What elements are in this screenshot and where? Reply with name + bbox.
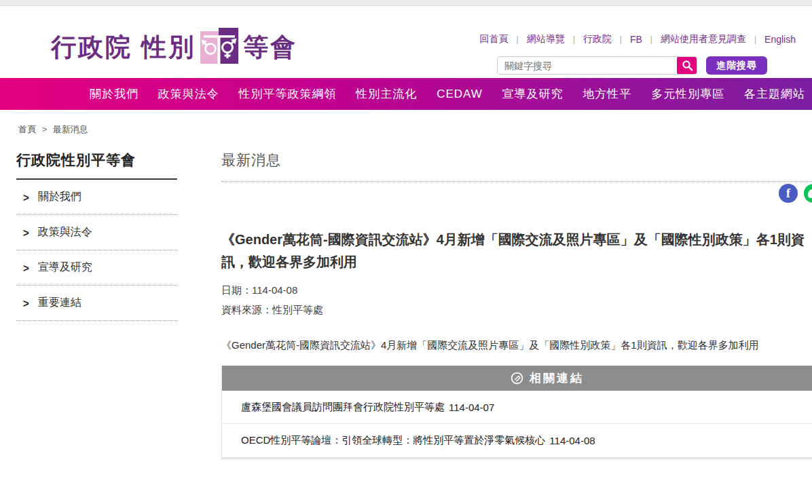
site-header: 行政院 性別 等會 回首頁 網站導覽 行政: [0, 6, 812, 78]
sidebar-item-label: 政策與法令: [38, 225, 92, 239]
sidebar: 行政院性別平等會 > 關於我們 > 政策與法令 > 宣導及研究: [16, 151, 177, 321]
related-link-text: 盧森堡國會議員訪問團拜會行政院性別平等處: [241, 401, 445, 414]
search-row: 進階搜尋: [497, 56, 767, 75]
nav-item[interactable]: 性別平等政策綱領: [239, 86, 337, 102]
top-strip: [0, 0, 812, 6]
article-body: 《Gender萬花筒-國際資訊交流站》4月新增「國際交流及照片專區」及「國際性別…: [221, 338, 812, 353]
chevron-right-icon: >: [23, 191, 29, 203]
search-box: [497, 56, 697, 75]
nav-item[interactable]: CEDAW: [437, 88, 483, 101]
source-label: 資料來源：: [221, 304, 272, 315]
source-value: 性別平等處: [272, 304, 323, 315]
nav-item[interactable]: 性別主流化: [356, 86, 417, 102]
related-link-row[interactable]: 盧森堡國會議員訪問團拜會行政院性別平等處 114-04-07: [222, 391, 812, 423]
nav-item[interactable]: 政策與法令: [158, 86, 219, 102]
utility-link[interactable]: 網站使用者意見調查: [642, 33, 746, 45]
nav-list: 關於我們 政策與法令 性別平等政策綱領 性別主流化 CEDAW 宣導及研究 地方…: [0, 78, 812, 110]
utility-link[interactable]: 行政院: [565, 33, 612, 45]
sidebar-item-label: 關於我們: [38, 190, 81, 204]
sidebar-menu: > 關於我們 > 政策與法令 > 宣導及研究 > 重要連結: [16, 180, 177, 321]
facebook-share-icon[interactable]: f: [779, 184, 798, 203]
breadcrumb-current: 最新消息: [53, 124, 88, 134]
related-link-date: 114-04-07: [449, 402, 494, 413]
utility-link[interactable]: 回首頁: [480, 33, 509, 45]
related-link-date: 114-04-08: [549, 435, 595, 446]
article-title: 《Gender萬花筒-國際資訊交流站》4月新增「國際交流及照片專區」及「國際性別…: [221, 229, 812, 273]
related-links-box: 相關連結 盧森堡國會議員訪問團拜會行政院性別平等處 114-04-07 OECD…: [221, 366, 812, 458]
chevron-right-icon: >: [23, 296, 29, 309]
line-share-icon[interactable]: [804, 184, 812, 203]
social-share-row: f: [779, 184, 812, 203]
chevron-right-icon: >: [23, 226, 29, 239]
main-nav: 關於我們 政策與法令 性別平等政策綱領 性別主流化 CEDAW 宣導及研究 地方…: [0, 78, 812, 110]
utility-link[interactable]: English: [746, 33, 796, 45]
utility-link[interactable]: FB: [612, 33, 642, 45]
advanced-search-button[interactable]: 進階搜尋: [706, 56, 767, 75]
breadcrumb: 首頁 > 最新消息: [18, 123, 812, 136]
sidebar-item[interactable]: > 政策與法令: [16, 215, 177, 250]
sidebar-item-label: 重要連結: [38, 296, 81, 310]
logo-text-right: 等會: [243, 31, 297, 64]
related-links-title: 相關連結: [530, 370, 584, 386]
breadcrumb-separator: >: [42, 124, 48, 134]
utility-links: 回首頁 網站導覽 行政院 FB 網站使用者意見調查 English: [480, 33, 796, 45]
article-source: 資料來源：性別平等處: [221, 304, 812, 317]
utility-link[interactable]: 網站導覽: [509, 33, 565, 45]
logo-text-left: 行政院 性別: [51, 31, 196, 64]
facebook-glyph: f: [786, 187, 790, 201]
sidebar-item[interactable]: > 關於我們: [16, 180, 177, 215]
date-label: 日期：: [221, 284, 252, 296]
chevron-right-icon: >: [23, 261, 29, 274]
gender-logo-icon: [200, 28, 238, 66]
content-wrap: 行政院性別平等會 > 關於我們 > 政策與法令 > 宣導及研究: [0, 136, 812, 458]
related-link-text: OECD性別平等論壇：引領全球轉型：將性別平等置於淨零氣候核心: [241, 434, 545, 447]
breadcrumb-home[interactable]: 首頁: [18, 124, 36, 134]
sidebar-item-label: 宣導及研究: [38, 260, 92, 275]
link-icon: [511, 372, 523, 385]
sidebar-title: 行政院性別平等會: [16, 151, 177, 180]
nav-item[interactable]: 地方性平: [583, 86, 631, 102]
nav-item[interactable]: 多元性別專區: [651, 86, 724, 102]
search-icon: [682, 60, 693, 71]
search-button[interactable]: [677, 56, 697, 75]
line-bubble-glyph: [808, 189, 812, 198]
search-input[interactable]: [498, 57, 678, 74]
nav-item[interactable]: 各主題網站: [744, 86, 805, 102]
sidebar-item[interactable]: > 重要連結: [16, 286, 177, 321]
sidebar-item[interactable]: > 宣導及研究: [16, 250, 177, 286]
nav-item[interactable]: 宣導及研究: [502, 86, 564, 102]
related-links-list: 盧森堡國會議員訪問團拜會行政院性別平等處 114-04-07 OECD性別平等論…: [222, 391, 812, 457]
site-logo[interactable]: 行政院 性別 等會: [51, 28, 297, 66]
related-links-header: 相關連結: [222, 366, 812, 391]
article-date: 日期：114-04-08: [221, 284, 812, 297]
date-value: 114-04-08: [252, 284, 297, 296]
page-title: 最新消息: [221, 151, 812, 182]
main-content: 最新消息 f 《Gender萬花筒-國際資訊交流站》4月新增「國際交流及照片專區…: [221, 151, 812, 458]
related-link-row[interactable]: OECD性別平等論壇：引領全球轉型：將性別平等置於淨零氣候核心 114-04-0…: [222, 423, 812, 457]
nav-item[interactable]: 關於我們: [90, 86, 139, 102]
